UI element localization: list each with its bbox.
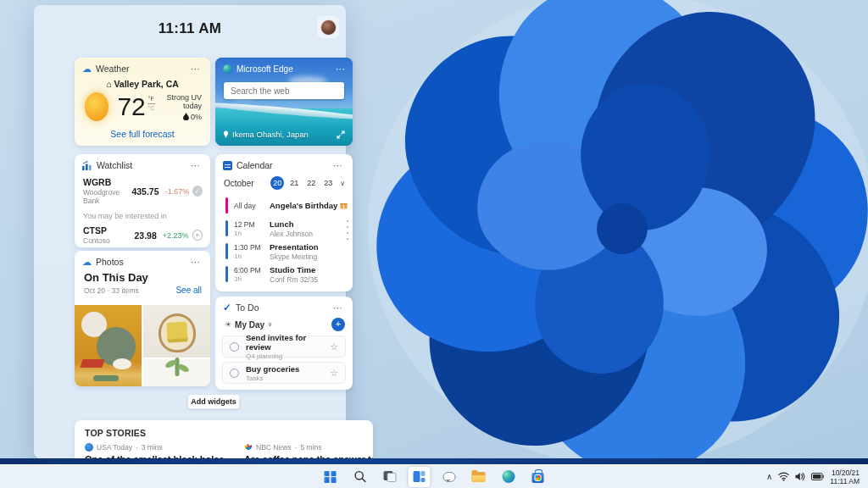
- event-duration: 1h: [234, 230, 270, 237]
- task-star-icon[interactable]: ☆: [330, 368, 338, 379]
- add-task-button[interactable]: +: [331, 318, 345, 331]
- photos-widget[interactable]: ☁ Photos ⋯ On This Day Oct 20 · 33 items…: [75, 251, 210, 386]
- event-time: 1:30 PM: [234, 243, 270, 252]
- wifi-icon[interactable]: [778, 472, 789, 481]
- calendar-event[interactable]: 1:30 PM 1h Presentation Skype Meeting: [215, 240, 353, 263]
- edge-more-options-icon[interactable]: ⋯: [336, 64, 346, 75]
- photos-see-all-link[interactable]: See all: [175, 286, 202, 295]
- stock-symbol: CTSP: [83, 225, 135, 236]
- edge-title: Microsoft Edge: [236, 64, 293, 74]
- photos-more-options-icon[interactable]: ⋯: [188, 258, 203, 266]
- story-read-time: 5 mins: [300, 443, 321, 452]
- tray-chevron-up-icon[interactable]: ∧: [766, 472, 772, 481]
- todo-list-label[interactable]: My Day: [235, 320, 264, 330]
- stock-price: 435.75: [131, 186, 159, 197]
- widgets-button[interactable]: [409, 467, 431, 487]
- calendar-date[interactable]: 21: [287, 176, 301, 190]
- expand-icon[interactable]: [337, 130, 345, 139]
- widgets-clock: 11:11 AM: [34, 20, 346, 37]
- todo-widget[interactable]: ✓ To Do ⋯ ☀ My Day ∨ + Send invites for …: [215, 297, 353, 390]
- stock-price: 23.98: [135, 230, 157, 241]
- unit-celsius[interactable]: °C: [147, 105, 154, 112]
- calendar-date[interactable]: 23: [321, 176, 335, 190]
- see-full-forecast-link[interactable]: See full forecast: [75, 129, 210, 139]
- edge-widget[interactable]: Microsoft Edge ⋯ Ikema Ohashi, Japan: [215, 58, 353, 146]
- widgets-icon: [413, 471, 426, 482]
- avatar: [320, 19, 337, 36]
- calendar-event[interactable]: All day Angela's Birthday: [215, 194, 353, 217]
- stock-row[interactable]: WGRB Woodgrove Bank 435.75 -1.67% ✓: [75, 174, 210, 207]
- calendar-date-selected[interactable]: 20: [270, 176, 284, 190]
- edge-photo-location: Ikema Ohashi, Japan: [232, 130, 309, 139]
- calendar-date[interactable]: 22: [304, 176, 318, 190]
- top-stories-section: TOP STORIES USA Today · 3 mins One of th…: [75, 420, 373, 463]
- story-dot: ·: [295, 443, 298, 452]
- photo-thumbnail-chair[interactable]: [143, 305, 210, 386]
- my-day-sun-icon: ☀: [225, 320, 231, 329]
- todo-list-chevron-down-icon[interactable]: ∨: [268, 321, 272, 328]
- start-button[interactable]: [320, 467, 342, 487]
- task-item[interactable]: Buy groceries Tasks ☆: [222, 362, 346, 384]
- watchlist-widget[interactable]: Watchlist ⋯ WGRB Woodgrove Bank 435.75 -…: [75, 154, 210, 247]
- photos-heading: On This Day: [75, 270, 210, 284]
- weather-more-options-icon[interactable]: ⋯: [188, 64, 203, 73]
- event-time: 6:00 PM: [234, 266, 270, 274]
- unit-fahrenheit[interactable]: °F: [148, 96, 154, 103]
- task-list-name: Q4 planning: [246, 352, 330, 360]
- story-source: USA Today: [97, 443, 132, 452]
- watchlist-more-options-icon[interactable]: ⋯: [188, 161, 203, 169]
- web-search-box[interactable]: [224, 82, 344, 99]
- windows-logo-icon: [325, 471, 337, 483]
- usa-today-logo-icon: [85, 443, 93, 452]
- profile-button[interactable]: [317, 16, 339, 38]
- file-explorer-button[interactable]: [468, 467, 490, 487]
- watchlist-title: Watchlist: [97, 160, 132, 170]
- web-search-input[interactable]: [231, 86, 342, 96]
- calendar-scrollbar[interactable]: [347, 220, 348, 240]
- task-item[interactable]: Send invites for review Q4 planning ☆: [222, 336, 346, 358]
- unit-toggle[interactable]: °F °C: [147, 96, 155, 112]
- home-icon: ⌂: [106, 79, 111, 89]
- task-view-icon: [383, 471, 396, 482]
- add-widgets-button[interactable]: Add widgets: [187, 394, 240, 409]
- weather-widget[interactable]: ☁ Weather ⋯ ⌂ Valley Park, CA 72 °F °C S…: [75, 58, 210, 146]
- weather-condition: Strong UV today: [155, 93, 202, 110]
- task-star-icon[interactable]: ☆: [330, 341, 338, 352]
- photos-subheading: Oct 20 · 33 items: [84, 286, 139, 295]
- calendar-widget[interactable]: Calendar ⋯ October 20 21 22 23 ∨ All day…: [215, 154, 353, 291]
- calendar-chevron-down-icon[interactable]: ∨: [340, 180, 345, 187]
- story-dot: ·: [136, 443, 138, 452]
- search-button[interactable]: [349, 467, 371, 487]
- story-source: NBC News: [256, 443, 292, 452]
- battery-icon[interactable]: [811, 473, 824, 480]
- task-checkbox[interactable]: [230, 369, 239, 378]
- task-view-button[interactable]: [379, 467, 401, 487]
- calendar-title: Calendar: [236, 160, 273, 170]
- event-subtitle: Conf Rm 32/35: [270, 275, 318, 284]
- chat-button[interactable]: [438, 467, 460, 487]
- edge-browser-button[interactable]: [498, 467, 520, 487]
- tray-clock[interactable]: 10/20/21 11:11 AM: [830, 469, 860, 485]
- task-checkbox[interactable]: [230, 342, 239, 352]
- watchlist-added-icon[interactable]: ✓: [192, 186, 203, 197]
- event-title: Lunch: [270, 219, 313, 229]
- event-title: Angela's Birthday: [270, 201, 348, 210]
- photos-cloud-icon: ☁: [82, 258, 92, 267]
- precip-value: 0%: [191, 113, 202, 121]
- task-list-name: Tasks: [246, 374, 299, 382]
- calendar-event[interactable]: 12 PM 1h Lunch Alex Johnson: [215, 217, 353, 240]
- stock-symbol: WGRB: [83, 177, 131, 187]
- calendar-more-options-icon[interactable]: ⋯: [331, 161, 346, 169]
- watchlist-suggestion-label: You may be interested in: [75, 207, 210, 222]
- stock-change: -1.67%: [159, 187, 190, 196]
- speaker-icon[interactable]: [795, 472, 805, 481]
- todo-more-options-icon[interactable]: ⋯: [331, 303, 346, 312]
- wallpaper-bottom-band: [0, 458, 868, 464]
- watchlist-add-icon[interactable]: +: [192, 230, 203, 241]
- stock-row[interactable]: CTSP Contoso 23.98 +2.23% +: [75, 222, 210, 247]
- edge-logo-icon: [502, 470, 515, 483]
- photo-thumbnail-still-life[interactable]: [75, 305, 142, 386]
- weather-location: ⌂ Valley Park, CA: [75, 79, 210, 89]
- microsoft-store-button[interactable]: [527, 467, 549, 487]
- calendar-event[interactable]: 6:00 PM 3h Studio Time Conf Rm 32/35: [215, 263, 353, 286]
